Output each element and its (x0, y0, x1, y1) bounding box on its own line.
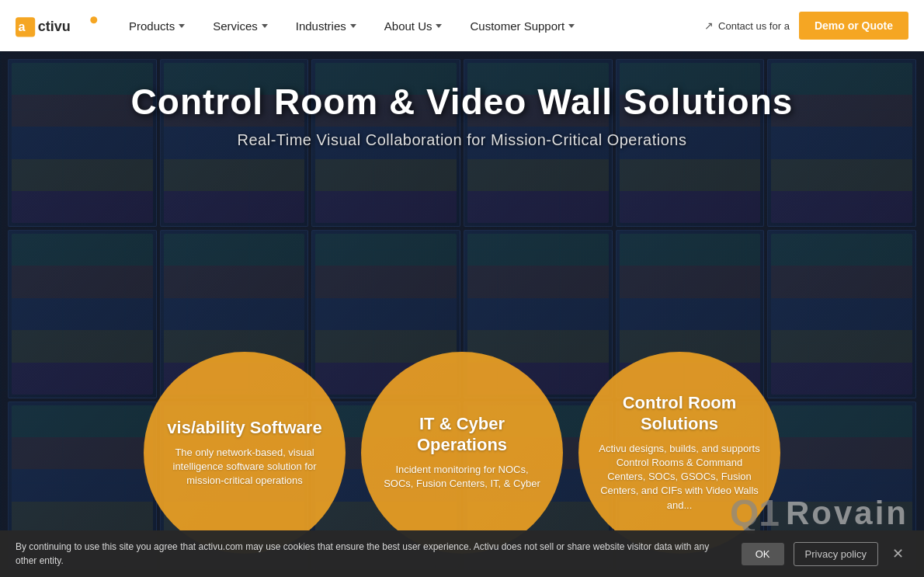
chevron-down-icon (262, 24, 268, 28)
nav-item-customer-support[interactable]: Customer Support (456, 0, 589, 51)
cookie-banner: By continuing to use this site you agree… (0, 530, 924, 577)
nav-item-products[interactable]: Products (115, 0, 199, 51)
circle-desc-visability: The only network-based, visual intellige… (163, 446, 326, 488)
cookie-privacy-button[interactable]: Privacy policy (794, 542, 878, 566)
circle-title-visability: vis/ability Software (167, 418, 321, 438)
hero-content: Control Room & Video Wall Solutions Real… (0, 51, 924, 149)
circle-card-visability[interactable]: vis/ability Software The only network-ba… (144, 352, 346, 554)
hero-title: Control Room & Video Wall Solutions (131, 82, 794, 122)
chevron-down-icon (568, 24, 575, 28)
logo[interactable]: a ctivu (16, 12, 99, 40)
chevron-down-icon (350, 24, 356, 28)
nav-links: Products Services Industries About Us Cu… (115, 0, 704, 51)
nav-item-industries[interactable]: Industries (282, 0, 370, 51)
circle-desc-it-cyber: Incident monitoring for NOCs, SOCs, Fusi… (380, 463, 544, 491)
contact-link[interactable]: ↗ Contact us for a (704, 19, 790, 32)
circle-card-it-cyber[interactable]: IT & Cyber Operations Incident monitorin… (361, 352, 563, 554)
circle-title-control-room: Control Room Solutions (598, 393, 761, 434)
svg-text:a: a (19, 19, 26, 33)
q1-logo: Q1 (730, 492, 780, 534)
cookie-text: By continuing to use this site you agree… (16, 540, 732, 568)
hero-section: Control Room & Video Wall Solutions Real… (0, 51, 924, 577)
nav-item-about-us[interactable]: About Us (370, 0, 457, 51)
hero-subtitle: Real-Time Visual Collaboration for Missi… (238, 131, 687, 149)
svg-text:ctivu: ctivu (38, 19, 71, 34)
rovain-logo: Rovain (786, 495, 908, 532)
cookie-ok-button[interactable]: OK (742, 543, 784, 565)
bottom-logos: Q1 Rovain (730, 492, 908, 534)
demo-quote-button[interactable]: Demo or Quote (799, 12, 908, 40)
chevron-down-icon (436, 24, 442, 28)
external-link-icon: ↗ (704, 19, 714, 32)
circle-title-it-cyber: IT & Cyber Operations (380, 414, 544, 455)
chevron-down-icon (179, 24, 185, 28)
navbar: a ctivu Products Services Industries Abo… (0, 0, 924, 51)
cookie-close-button[interactable]: ✕ (888, 545, 908, 562)
nav-item-services[interactable]: Services (199, 0, 282, 51)
svg-point-3 (90, 16, 97, 23)
nav-right: ↗ Contact us for a Demo or Quote (704, 12, 908, 40)
